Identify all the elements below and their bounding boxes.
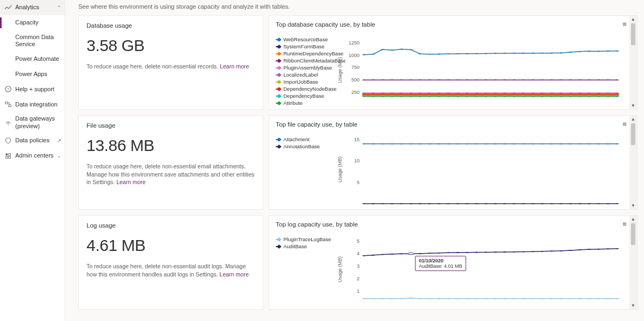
chart-database: Top database capacity use, by table ≡ We… (269, 15, 637, 110)
svg-point-401 (407, 253, 414, 254)
legend-label: AnnotationBase (283, 143, 320, 149)
svg-rect-95 (381, 79, 385, 80)
svg-rect-2 (5, 102, 8, 104)
file-usage-value: 13.86 MB (86, 136, 255, 155)
nav-power-automate[interactable]: Power Automate (0, 51, 65, 66)
svg-rect-119 (606, 79, 610, 80)
shield-icon (4, 137, 12, 144)
svg-rect-115 (568, 79, 573, 80)
y-tick: 2 (357, 276, 360, 281)
svg-rect-104 (465, 79, 469, 80)
log-usage-value: 4.61 MB (86, 236, 255, 255)
legend-label: ImportJobBase (283, 79, 318, 85)
legend-item[interactable]: RibbonClientMetadataBase (276, 58, 345, 64)
nav-help[interactable]: ? Help + support (0, 81, 65, 97)
legend-marker (276, 138, 281, 141)
svg-rect-93 (362, 79, 366, 80)
nav-data-gateways[interactable]: Data gateways (preview) (0, 112, 65, 133)
card-title: Log usage (86, 222, 255, 229)
legend-item[interactable]: RuntimeDependencyBase (276, 51, 345, 56)
legend-item[interactable]: SystemFormBase (276, 43, 345, 49)
chart-title: Top file capacity use, by table (276, 121, 630, 128)
nav-data-integration[interactable]: Data integration (0, 97, 65, 112)
legend-item[interactable]: Attribute (276, 100, 345, 106)
y-tick: 1250 (349, 40, 360, 46)
card-title: Database usage (86, 22, 255, 29)
svg-rect-120 (615, 79, 620, 80)
legend-marker (276, 38, 281, 41)
nav-data-policies[interactable]: Data policies ↗ (0, 133, 65, 148)
scroll-down-icon[interactable]: ▼ (631, 303, 635, 308)
legend-label: DependencyNodeBase (283, 86, 337, 92)
legend-item[interactable]: Attachment (276, 136, 345, 142)
legend-item[interactable]: WebResourceBase (276, 36, 345, 42)
chart-legend: WebResourceBaseSystemFormBaseRuntimeDepe… (276, 33, 345, 107)
legend-marker (276, 145, 281, 148)
legend-item[interactable]: PluginAssemblyBase (276, 65, 345, 71)
legend-item[interactable]: LocalizedLabel (276, 72, 345, 78)
row-database: Database usage 3.58 GB To reduce usage h… (78, 15, 637, 110)
legend-item[interactable]: AuditBase (276, 243, 345, 249)
chart-menu-icon[interactable]: ≡ (622, 22, 626, 27)
svg-rect-108 (503, 79, 507, 80)
legend-item[interactable]: PluginTraceLogBase (276, 236, 345, 242)
legend-marker (276, 245, 281, 248)
scroll-handle[interactable] (631, 223, 635, 245)
learn-more-link[interactable]: Learn more (220, 271, 249, 278)
chart-legend: AttachmentAnnotationBase (276, 133, 345, 206)
chart-scrollbar[interactable]: ▲▼ (629, 216, 637, 309)
file-hint: To reduce usage here, delete non-essenti… (86, 162, 255, 186)
svg-rect-3 (9, 105, 11, 107)
scroll-up-icon[interactable]: ▲ (631, 117, 635, 122)
svg-rect-118 (597, 79, 601, 80)
y-tick: 15 (354, 137, 360, 142)
svg-rect-5 (6, 153, 8, 155)
learn-more-link[interactable]: Learn more (220, 63, 249, 70)
row-log: Log usage 4.61 MB To reduce usage here, … (78, 215, 637, 310)
nav-admin-centers[interactable]: Admin centers ⌄ (0, 148, 65, 163)
y-ticks: 25050075010001250 (345, 35, 362, 105)
svg-rect-101 (437, 79, 441, 80)
legend-label: SystemFormBase (283, 43, 325, 49)
y-tick: 250 (351, 90, 360, 95)
plot-area[interactable] (364, 35, 617, 105)
chart-menu-icon[interactable]: ≡ (622, 222, 626, 226)
legend-label: Attachment (283, 136, 309, 142)
legend-item[interactable]: AnnotationBase (276, 143, 345, 149)
scroll-handle[interactable] (631, 123, 635, 145)
scroll-up-icon[interactable]: ▲ (631, 217, 635, 222)
chart-file: Top file capacity use, by table ≡ Attach… (269, 115, 637, 210)
chart-scrollbar[interactable]: ▲▼ (629, 16, 637, 109)
card-title: File usage (86, 122, 255, 129)
chart-menu-icon[interactable]: ≡ (622, 122, 626, 127)
y-tick: 1 (357, 288, 360, 294)
chart-title: Top database capacity use, by table (276, 21, 630, 28)
legend-item[interactable]: DependencyBase (276, 93, 345, 99)
scroll-handle[interactable] (631, 23, 635, 45)
svg-rect-105 (474, 79, 479, 80)
y-axis-label: Usage (MB) (337, 57, 343, 83)
plot-area[interactable]: 01/10/2020AuditBase: 4.01 MB (364, 235, 617, 304)
learn-more-link[interactable]: Learn more (116, 179, 146, 185)
scroll-down-icon[interactable]: ▼ (631, 103, 635, 108)
legend-item[interactable]: DependencyNodeBase (276, 86, 345, 92)
sidebar: Analytics ⌃ Capacity Common Data Service… (0, 0, 65, 321)
nav-power-apps[interactable]: Power Apps (0, 66, 65, 81)
legend-item[interactable]: ImportJobBase (276, 79, 345, 85)
plot-area[interactable] (364, 135, 617, 204)
y-tick: 500 (351, 77, 360, 83)
legend-marker (276, 80, 281, 84)
legend-label: PluginTraceLogBase (283, 236, 331, 242)
nav-common-data[interactable]: Common Data Service (0, 30, 65, 51)
scroll-up-icon[interactable]: ▲ (631, 17, 635, 22)
chart-scrollbar[interactable]: ▲▼ (629, 116, 637, 209)
svg-text:?: ? (7, 87, 9, 91)
legend-marker (276, 45, 281, 48)
legend-marker (276, 87, 281, 91)
nav-capacity[interactable]: Capacity (0, 15, 65, 30)
svg-rect-106 (484, 79, 488, 80)
svg-rect-6 (9, 153, 11, 155)
scroll-down-icon[interactable]: ▼ (631, 203, 635, 208)
chart-tooltip: 01/10/2020AuditBase: 4.01 MB (415, 256, 466, 271)
nav-analytics[interactable]: Analytics ⌃ (0, 0, 65, 15)
